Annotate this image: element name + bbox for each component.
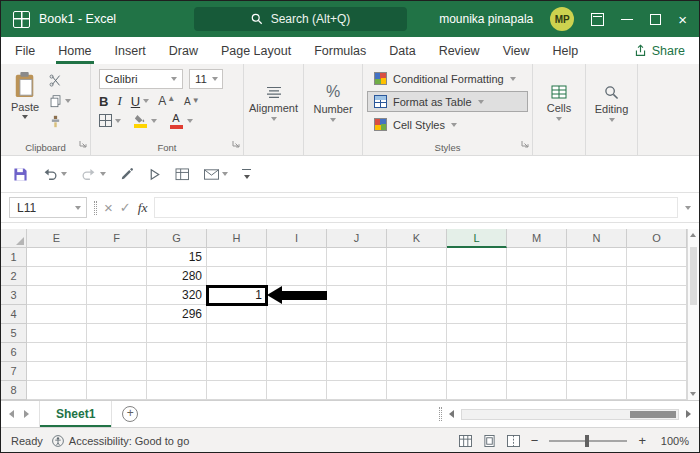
cell-styles-button[interactable]: Cell Styles bbox=[367, 114, 528, 135]
select-all-button[interactable] bbox=[1, 229, 27, 248]
page-break-view-button[interactable] bbox=[507, 435, 520, 447]
cell-K2[interactable] bbox=[387, 267, 447, 286]
column-header-K[interactable]: K bbox=[387, 229, 447, 248]
tab-split-handle[interactable] bbox=[439, 407, 442, 421]
row-header-5[interactable]: 5 bbox=[1, 324, 27, 343]
share-button[interactable]: Share bbox=[634, 44, 685, 58]
cell-K1[interactable] bbox=[387, 248, 447, 267]
cell-H5[interactable] bbox=[207, 324, 267, 343]
cell-E6[interactable] bbox=[27, 343, 87, 362]
insert-function-button[interactable]: fx bbox=[138, 200, 148, 216]
cell-F6[interactable] bbox=[87, 343, 147, 362]
qat-sheet-button[interactable] bbox=[175, 168, 190, 181]
cell-I2[interactable] bbox=[267, 267, 327, 286]
horizontal-scrollbar[interactable] bbox=[461, 409, 679, 420]
column-header-N[interactable]: N bbox=[567, 229, 627, 248]
cell-O5[interactable] bbox=[627, 324, 687, 343]
cell-H4[interactable] bbox=[207, 305, 267, 324]
tab-help[interactable]: Help bbox=[553, 37, 579, 64]
close-button[interactable]: × bbox=[678, 12, 687, 27]
cell-F5[interactable] bbox=[87, 324, 147, 343]
tab-formulas[interactable]: Formulas bbox=[314, 37, 366, 64]
borders-button[interactable] bbox=[99, 114, 121, 127]
zoom-slider[interactable] bbox=[549, 440, 627, 442]
row-header-6[interactable]: 6 bbox=[1, 343, 27, 362]
normal-view-button[interactable] bbox=[459, 435, 472, 447]
cell-J6[interactable] bbox=[327, 343, 387, 362]
ribbon-display-options-icon[interactable] bbox=[591, 13, 604, 26]
cell-I4[interactable] bbox=[267, 305, 327, 324]
cell-F3[interactable] bbox=[87, 286, 147, 305]
paste-button[interactable]: Paste bbox=[5, 69, 45, 140]
row-header-1[interactable]: 1 bbox=[1, 248, 27, 267]
clipboard-dialog-launcher-icon[interactable] bbox=[79, 134, 87, 152]
user-name[interactable]: mounika pinapala bbox=[439, 12, 533, 26]
cell-N4[interactable] bbox=[567, 305, 627, 324]
cell-H2[interactable] bbox=[207, 267, 267, 286]
zoom-out-button[interactable]: − bbox=[531, 434, 539, 447]
qat-pen-button[interactable] bbox=[120, 167, 134, 181]
cell-H7[interactable] bbox=[207, 362, 267, 381]
cell-N5[interactable] bbox=[567, 324, 627, 343]
cell-O4[interactable] bbox=[627, 305, 687, 324]
cell-L2[interactable] bbox=[447, 267, 507, 286]
italic-button[interactable]: I bbox=[117, 93, 121, 109]
row-header-4[interactable]: 4 bbox=[1, 305, 27, 324]
format-painter-button[interactable] bbox=[49, 115, 71, 128]
column-header-H[interactable]: H bbox=[207, 229, 267, 248]
number-group[interactable]: % Number bbox=[304, 64, 363, 155]
accessibility-status[interactable]: Accessibility: Good to go bbox=[52, 435, 189, 447]
cell-J1[interactable] bbox=[327, 248, 387, 267]
cell-N8[interactable] bbox=[567, 381, 627, 400]
tab-view[interactable]: View bbox=[503, 37, 530, 64]
cell-O8[interactable] bbox=[627, 381, 687, 400]
row-header-2[interactable]: 2 bbox=[1, 267, 27, 286]
column-header-F[interactable]: F bbox=[87, 229, 147, 248]
cell-M8[interactable] bbox=[507, 381, 567, 400]
cell-O2[interactable] bbox=[627, 267, 687, 286]
cell-I1[interactable] bbox=[267, 248, 327, 267]
cell-N7[interactable] bbox=[567, 362, 627, 381]
zoom-slider-thumb[interactable] bbox=[585, 435, 589, 447]
column-header-O[interactable]: O bbox=[627, 229, 687, 248]
cell-M3[interactable] bbox=[507, 286, 567, 305]
cut-button[interactable] bbox=[49, 74, 71, 87]
formula-input[interactable] bbox=[154, 197, 678, 218]
zoom-level[interactable]: 100% bbox=[657, 435, 689, 447]
cell-M5[interactable] bbox=[507, 324, 567, 343]
cell-J2[interactable] bbox=[327, 267, 387, 286]
column-header-M[interactable]: M bbox=[507, 229, 567, 248]
vertical-scroll-thumb[interactable] bbox=[690, 247, 697, 305]
name-box[interactable]: L11 bbox=[9, 197, 87, 218]
qat-undo-button[interactable] bbox=[42, 168, 67, 181]
tab-data[interactable]: Data bbox=[389, 37, 415, 64]
cell-J3[interactable] bbox=[327, 286, 387, 305]
cell-H3[interactable]: 1 bbox=[207, 286, 267, 305]
cell-K4[interactable] bbox=[387, 305, 447, 324]
cell-J5[interactable] bbox=[327, 324, 387, 343]
cell-H8[interactable] bbox=[207, 381, 267, 400]
bold-button[interactable]: B bbox=[99, 94, 108, 109]
cell-F1[interactable] bbox=[87, 248, 147, 267]
cell-M2[interactable] bbox=[507, 267, 567, 286]
cell-L5[interactable] bbox=[447, 324, 507, 343]
cell-F8[interactable] bbox=[87, 381, 147, 400]
cell-I5[interactable] bbox=[267, 324, 327, 343]
cell-J7[interactable] bbox=[327, 362, 387, 381]
cell-L1[interactable] bbox=[447, 248, 507, 267]
scroll-right-icon[interactable] bbox=[686, 410, 691, 418]
cell-L7[interactable] bbox=[447, 362, 507, 381]
cell-K6[interactable] bbox=[387, 343, 447, 362]
scroll-down-icon[interactable] bbox=[690, 392, 696, 396]
tab-review[interactable]: Review bbox=[439, 37, 480, 64]
cell-G3[interactable]: 320 bbox=[147, 286, 207, 305]
cell-G8[interactable] bbox=[147, 381, 207, 400]
cell-N3[interactable] bbox=[567, 286, 627, 305]
copy-button[interactable] bbox=[49, 94, 71, 108]
underline-button[interactable]: U bbox=[131, 94, 149, 109]
tab-home[interactable]: Home bbox=[58, 37, 91, 64]
cell-I7[interactable] bbox=[267, 362, 327, 381]
cell-G1[interactable]: 15 bbox=[147, 248, 207, 267]
cell-G5[interactable] bbox=[147, 324, 207, 343]
qat-customize-button[interactable] bbox=[242, 169, 251, 180]
